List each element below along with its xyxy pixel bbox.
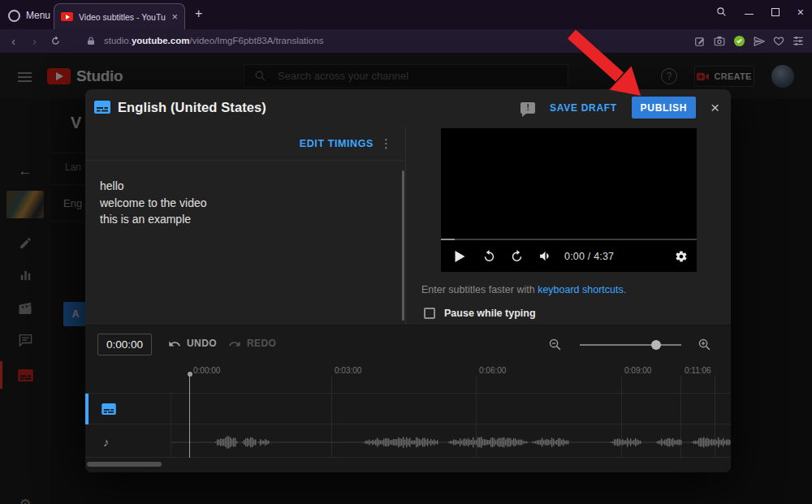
save-draft-button[interactable]: SAVE DRAFT: [550, 102, 617, 114]
subtitle-text-area[interactable]: hello welcome to the video this is an ex…: [100, 178, 384, 228]
shortcuts-hint: Enter subtitles faster with keyboard sho…: [421, 284, 626, 295]
url-text[interactable]: studio.youtube.com/video/ImgF6pbt83A/tra…: [104, 36, 323, 45]
settings-sliders-icon[interactable]: [793, 36, 804, 46]
pause-while-typing-row: Pause while typing: [424, 308, 536, 319]
subtitles-icon: [94, 101, 110, 114]
browser-addressbar: ‹ › studio.youtube.com/video/ImgF6pbt83A…: [0, 29, 812, 53]
youtube-favicon-icon: [61, 12, 73, 21]
maximize-icon[interactable]: [771, 8, 780, 16]
player-settings-gear-icon[interactable]: [675, 250, 688, 263]
browser-menu-label: Menu: [26, 10, 50, 21]
vertical-scrollbar[interactable]: [402, 170, 404, 321]
nav-back-icon[interactable]: ‹: [11, 34, 15, 48]
horizontal-scrollbar[interactable]: [87, 462, 162, 467]
window-controls: ×: [716, 6, 804, 17]
opera-logo-icon: [8, 10, 20, 22]
heart-icon[interactable]: [773, 36, 784, 46]
subtitle-line[interactable]: this is an example: [100, 211, 384, 228]
track-label-divider: [171, 394, 171, 459]
current-time-field[interactable]: 0:00:00: [97, 334, 152, 355]
redo-icon: [228, 338, 241, 349]
ruler-label: 0:03:00: [335, 366, 361, 375]
dialog-title: English (United States): [118, 100, 266, 115]
timeline-section: 0:00:00 UNDO REDO: [85, 325, 731, 472]
zoom-slider-thumb[interactable]: [651, 340, 661, 350]
browser-tab[interactable]: Video subtitles - YouTube S ×: [54, 3, 185, 29]
tab-close-icon[interactable]: ×: [171, 11, 178, 23]
seek-back-icon[interactable]: [482, 249, 496, 263]
player-controls: 0:00 / 4:37: [441, 240, 697, 272]
browser-search-icon[interactable]: [716, 6, 727, 17]
edit-timings-button[interactable]: EDIT TIMINGS: [300, 138, 374, 149]
pause-checkbox-label: Pause while typing: [444, 308, 536, 319]
volume-icon[interactable]: [538, 249, 552, 263]
shield-check-icon[interactable]: [733, 35, 745, 47]
hint-text: Enter subtitles faster with: [421, 284, 538, 295]
subtitle-line[interactable]: welcome to the video: [100, 195, 384, 212]
edit-page-icon[interactable]: [694, 36, 706, 47]
minimize-icon[interactable]: [745, 14, 754, 15]
dialog-body: EDIT TIMINGS ⋮ hello welcome to the vide…: [85, 126, 731, 325]
url-prefix: studio.: [104, 36, 132, 45]
feedback-mark: !: [526, 103, 529, 112]
send-icon[interactable]: [754, 36, 765, 47]
ruler-label: 0:06:00: [479, 366, 506, 375]
undo-icon: [168, 338, 181, 349]
subtitle-panel: EDIT TIMINGS ⋮ hello welcome to the vide…: [85, 126, 406, 325]
subtitle-track-active-bar: [85, 394, 89, 424]
play-icon[interactable]: [455, 251, 465, 262]
kebab-menu-icon[interactable]: ⋮: [380, 136, 392, 151]
nav-forward-icon[interactable]: ›: [32, 34, 37, 48]
lock-icon[interactable]: [86, 36, 96, 46]
tab-title: Video subtitles - YouTube S: [79, 12, 166, 22]
redo-label: REDO: [247, 338, 276, 349]
publish-button[interactable]: PUBLISH: [632, 97, 696, 118]
video-player[interactable]: 0:00 / 4:37: [441, 128, 697, 272]
url-domain: youtube.com: [132, 36, 190, 45]
zoom-in-icon[interactable]: [698, 338, 711, 351]
pause-checkbox[interactable]: [424, 308, 435, 319]
keyboard-shortcuts-link[interactable]: keyboard shortcuts.: [538, 284, 626, 295]
timeline-tracks[interactable]: ♪: [85, 393, 731, 458]
ruler-label: 0:09:00: [624, 366, 651, 375]
camera-icon[interactable]: [714, 36, 725, 46]
music-note-icon: ♪: [103, 435, 110, 449]
seek-forward-icon[interactable]: [510, 249, 524, 263]
audio-waveform: [171, 425, 731, 459]
player-time-display: 0:00 / 4:37: [564, 251, 614, 262]
subtitle-panel-toolbar: EDIT TIMINGS ⋮: [85, 126, 406, 161]
subtitle-editor-dialog: English (United States) ! SAVE DRAFT PUB…: [85, 89, 731, 472]
subtitle-track-row[interactable]: [85, 394, 731, 424]
reload-icon[interactable]: [50, 36, 61, 46]
new-tab-button[interactable]: +: [195, 6, 202, 21]
ruler-label: 0:11:06: [685, 366, 711, 375]
ruler-label: 0:00:00: [193, 366, 220, 375]
playhead-handle[interactable]: [188, 372, 192, 377]
window-close-icon[interactable]: ×: [797, 8, 804, 16]
dialog-close-icon[interactable]: ×: [710, 100, 719, 115]
zoom-out-icon[interactable]: [548, 338, 562, 351]
undo-label: UNDO: [187, 338, 217, 349]
url-path: /video/ImgF6pbt83A/translations: [189, 36, 323, 45]
browser-titlebar: Menu Video subtitles - YouTube S × + ×: [0, 0, 812, 29]
zoom-slider[interactable]: [580, 344, 681, 346]
send-feedback-icon[interactable]: !: [520, 102, 535, 114]
subtitle-track-icon: [102, 403, 116, 415]
video-panel: 0:00 / 4:37 Enter subtitles faster with …: [407, 126, 731, 325]
redo-button[interactable]: REDO: [228, 338, 276, 349]
playhead-line[interactable]: [189, 376, 190, 458]
subtitle-line[interactable]: hello: [100, 178, 384, 195]
dialog-header: English (United States) ! SAVE DRAFT PUB…: [85, 89, 731, 126]
undo-button[interactable]: UNDO: [168, 338, 217, 349]
browser-menu-button[interactable]: Menu: [8, 6, 50, 25]
